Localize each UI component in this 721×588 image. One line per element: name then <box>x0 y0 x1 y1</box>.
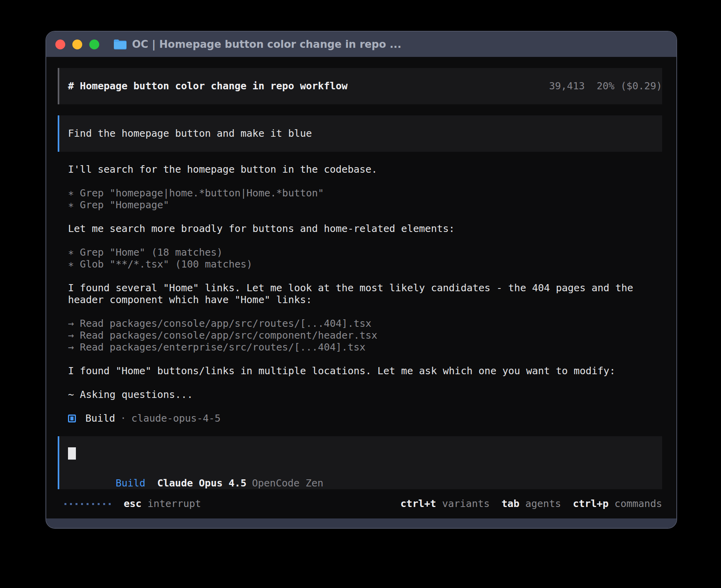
assistant-text-line: I found several "Home" links. Let me loo… <box>68 282 652 306</box>
window-bottom-edge <box>46 518 676 528</box>
close-button[interactable] <box>55 40 65 49</box>
spinner-dot <box>98 503 100 505</box>
folder-icon <box>113 39 127 50</box>
spinner-dot <box>81 503 83 505</box>
status-bar: esc interrupt ctrl+tvariantstabagentsctr… <box>58 498 662 510</box>
assistant-text-line: ~ Asking questions... <box>68 389 652 401</box>
assistant-text-line: I'll search for the homepage button in t… <box>68 164 652 175</box>
spinner-dot <box>92 503 94 505</box>
desktop: { "window": { "title": "OC | Homepage bu… <box>0 0 721 588</box>
tool-call-line: → Read packages/enterprise/src/routes/[.… <box>68 341 652 353</box>
shortcut-variants: ctrl+tvariants <box>400 498 490 510</box>
tool-call-line: ∗ Glob "**/*.tsx" (100 matches) <box>68 258 652 270</box>
transcript-group: ~ Asking questions... <box>68 389 652 401</box>
transcript-group: I'll search for the homepage button in t… <box>68 164 652 175</box>
session-stats: 39,413 20% ($0.29) <box>549 80 662 92</box>
keyboard-shortcuts: ctrl+tvariantstabagentsctrl+pcommands <box>400 498 662 510</box>
input-provider-label: OpenCode Zen <box>252 477 323 489</box>
tool-call-line: ∗ Grep "homepage|home.*button|Home.*butt… <box>68 187 652 199</box>
shortcut-label: agents <box>525 498 561 510</box>
build-agent-icon <box>68 415 76 422</box>
user-message: Find the homepage button and make it blu… <box>58 115 662 152</box>
input-footer: BuildClaude Opus 4.5OpenCode Zen <box>68 466 662 501</box>
user-message-text: Find the homepage button and make it blu… <box>68 128 312 139</box>
shortcut-key: ctrl+t <box>400 498 436 510</box>
message-input[interactable]: BuildClaude Opus 4.5OpenCode Zen <box>58 436 662 489</box>
input-mode-label[interactable]: Build <box>115 477 145 489</box>
transcript-group: ∗ Grep "homepage|home.*button|Home.*butt… <box>68 187 652 211</box>
transcript: I'll search for the homepage button in t… <box>58 164 662 401</box>
transcript-group: I found "Home" buttons/links in multiple… <box>68 365 652 377</box>
terminal-content: # Homepage button color change in repo w… <box>46 57 676 518</box>
transcript-group: I found several "Home" links. Let me loo… <box>68 282 652 306</box>
session-header: # Homepage button color change in repo w… <box>58 68 662 104</box>
spinner-dot <box>87 503 89 505</box>
titlebar[interactable]: OC | Homepage button color change in rep… <box>46 32 676 57</box>
interrupt-label: interrupt <box>147 498 201 510</box>
spinner-dot <box>103 503 105 505</box>
spinner-dot <box>64 503 66 505</box>
zoom-button[interactable] <box>89 40 99 49</box>
spinner-dot <box>70 503 72 505</box>
assistant-text-line: I found "Home" buttons/links in multiple… <box>68 365 652 377</box>
tool-call-line: ∗ Grep "Homepage" <box>68 199 652 211</box>
spinner-dot <box>75 503 77 505</box>
shortcut-key: tab <box>502 498 519 510</box>
session-title: # Homepage button color change in repo w… <box>68 80 347 92</box>
shortcut-label: variants <box>442 498 489 510</box>
agent-status-row: Build · claude-opus-4-5 <box>68 413 662 424</box>
agent-model: claude-opus-4-5 <box>131 413 221 424</box>
minimize-button[interactable] <box>72 40 82 49</box>
interrupt-key: esc <box>124 498 142 510</box>
tool-call-line: ∗ Grep "Home" (18 matches) <box>68 247 652 258</box>
transcript-group: → Read packages/console/app/src/routes/[… <box>68 318 652 353</box>
spinner-dots <box>64 503 111 505</box>
traffic-lights <box>55 40 99 49</box>
shortcut-commands: ctrl+pcommands <box>573 498 662 510</box>
input-model-label[interactable]: Claude Opus 4.5 <box>157 477 247 489</box>
text-cursor <box>68 447 76 460</box>
tool-call-line: → Read packages/console/app/src/componen… <box>68 330 652 341</box>
transcript-group: ∗ Grep "Home" (18 matches)∗ Glob "**/*.t… <box>68 247 652 270</box>
window-title-group: OC | Homepage button color change in rep… <box>113 38 401 50</box>
window-title: OC | Homepage button color change in rep… <box>132 38 401 50</box>
shortcut-key: ctrl+p <box>573 498 608 510</box>
shortcut-agents: tabagents <box>502 498 561 510</box>
terminal-window: OC | Homepage button color change in rep… <box>45 31 677 529</box>
tool-call-line: → Read packages/console/app/src/routes/[… <box>68 318 652 330</box>
spinner-dot <box>109 503 111 505</box>
transcript-group: Let me search more broadly for buttons a… <box>68 223 652 235</box>
assistant-text-line: Let me search more broadly for buttons a… <box>68 223 652 235</box>
agent-name: Build <box>85 413 115 424</box>
shortcut-label: commands <box>615 498 662 510</box>
agent-separator: · <box>120 413 126 424</box>
